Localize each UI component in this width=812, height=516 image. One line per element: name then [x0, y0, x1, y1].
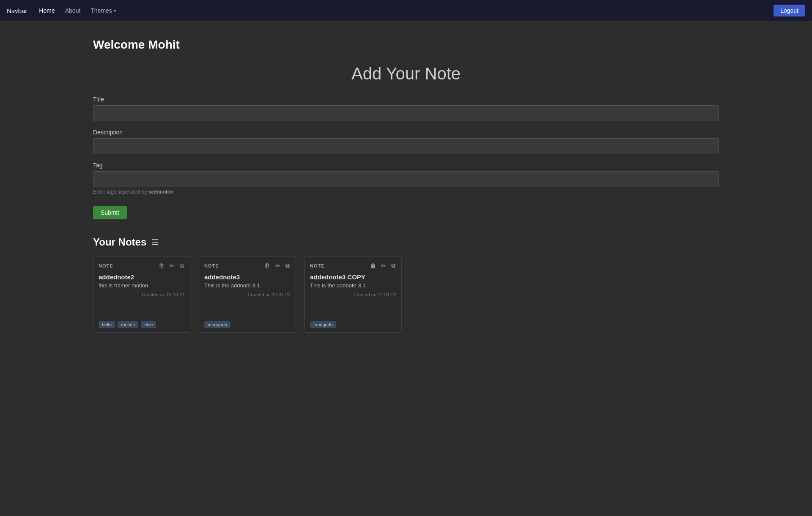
tag-hint: Enter tags seperated by semicolon — [93, 189, 719, 195]
note-actions: 🗑✏⧉ — [369, 261, 396, 270]
description-label: Description — [93, 129, 719, 136]
note-title: addednote3 COPY — [310, 273, 396, 281]
tag-form-group: Tag Enter tags seperated by semicolon — [93, 162, 719, 195]
copy-icon: ⧉ — [180, 262, 184, 269]
note-title: addednote3 — [204, 273, 291, 281]
edit-icon: ✏ — [381, 262, 386, 269]
delete-note-button[interactable]: 🗑 — [263, 262, 271, 270]
edit-note-button[interactable]: ✏ — [274, 262, 281, 270]
your-notes-section: Your Notes ☰ NOTE🗑✏⧉addednote2this is fr… — [93, 236, 719, 333]
edit-icon: ✏ — [170, 262, 175, 269]
title-input[interactable] — [93, 105, 719, 121]
note-card: NOTE🗑✏⧉addednote3 COPYThis is the addnot… — [304, 257, 402, 333]
copy-note-button[interactable]: ⧉ — [179, 261, 185, 270]
navbar-brand: Navbar — [7, 7, 27, 14]
delete-note-button[interactable]: 🗑 — [158, 262, 165, 270]
note-created: Created on 12-01-22 — [204, 292, 291, 297]
copy-icon: ⧉ — [285, 262, 290, 269]
edit-note-button[interactable]: ✏ — [169, 262, 176, 270]
note-card-body: addednote3 COPYThis is the addnote 3.1Cr… — [305, 272, 401, 318]
note-badge: NOTE — [99, 263, 113, 268]
note-tags: mongodb — [199, 318, 296, 332]
nav-link-about[interactable]: About — [62, 5, 84, 16]
delete-note-button[interactable]: 🗑 — [369, 262, 377, 270]
copy-note-button[interactable]: ⧉ — [390, 261, 396, 270]
note-tags: mongodb — [305, 318, 401, 332]
tag-label: Tag — [93, 162, 719, 169]
nav-link-themes[interactable]: Themes ▾ — [87, 5, 119, 16]
note-description: This is the addnote 3.1 — [310, 282, 396, 289]
your-notes-title: Your Notes — [93, 236, 146, 248]
nav-link-home[interactable]: Home — [36, 5, 58, 16]
copy-icon: ⧉ — [391, 262, 395, 269]
submit-button[interactable]: Submit — [93, 206, 127, 219]
trash-icon: 🗑 — [159, 262, 165, 269]
title-label: Title — [93, 96, 719, 103]
note-description: This is the addnote 3.1 — [204, 282, 291, 289]
note-tag: else — [141, 321, 156, 328]
tag-hint-prefix: Enter tags seperated by — [93, 189, 148, 195]
note-badge: NOTE — [204, 263, 219, 268]
description-input[interactable] — [93, 138, 719, 154]
tag-input[interactable] — [93, 171, 719, 187]
note-created: Created on 12-01-22 — [310, 292, 396, 297]
tag-hint-keyword: semicolon — [148, 189, 173, 195]
note-actions: 🗑✏⧉ — [263, 261, 291, 270]
edit-note-button[interactable]: ✏ — [380, 262, 387, 270]
note-card-header: NOTE🗑✏⧉ — [93, 257, 190, 272]
chevron-down-icon: ▾ — [114, 8, 116, 13]
note-actions: 🗑✏⧉ — [158, 261, 185, 270]
note-card: NOTE🗑✏⧉addednote2this is framer motionCr… — [93, 257, 190, 333]
logout-button[interactable]: Logout — [774, 5, 805, 16]
note-card-body: addednote3This is the addnote 3.1Created… — [199, 272, 296, 318]
note-title: addednote2 — [99, 273, 185, 281]
note-card: NOTE🗑✏⧉addednote3This is the addnote 3.1… — [199, 257, 296, 333]
note-description: this is framer motion — [99, 282, 185, 289]
list-icon: ☰ — [151, 237, 159, 247]
themes-label: Themes — [91, 7, 112, 14]
your-notes-header: Your Notes ☰ — [93, 236, 719, 248]
note-card-header: NOTE🗑✏⧉ — [305, 257, 401, 272]
note-card-header: NOTE🗑✏⧉ — [199, 257, 296, 272]
note-card-body: addednote2this is framer motionCreated o… — [93, 272, 190, 318]
trash-icon: 🗑 — [264, 262, 270, 269]
navbar-links: Home About Themes ▾ — [36, 5, 774, 16]
main-content: Welcome Mohit Add Your Note Title Descri… — [0, 21, 812, 358]
note-tag: mongodb — [204, 321, 230, 328]
notes-grid: NOTE🗑✏⧉addednote2this is framer motionCr… — [93, 257, 719, 333]
copy-note-button[interactable]: ⧉ — [285, 261, 291, 270]
note-tag: mongodb — [310, 321, 336, 328]
note-badge: NOTE — [310, 263, 325, 268]
note-tags: hellomotionelse — [93, 318, 190, 332]
title-form-group: Title — [93, 96, 719, 121]
description-form-group: Description — [93, 129, 719, 154]
add-note-heading: Add Your Note — [93, 64, 719, 83]
welcome-heading: Welcome Mohit — [93, 38, 719, 52]
note-tag: hello — [99, 321, 115, 328]
navbar: Navbar Home About Themes ▾ Logout — [0, 0, 812, 21]
note-created: Created on 15-10-21 — [99, 292, 185, 297]
trash-icon: 🗑 — [370, 262, 376, 269]
edit-icon: ✏ — [275, 262, 280, 269]
note-tag: motion — [118, 321, 138, 328]
